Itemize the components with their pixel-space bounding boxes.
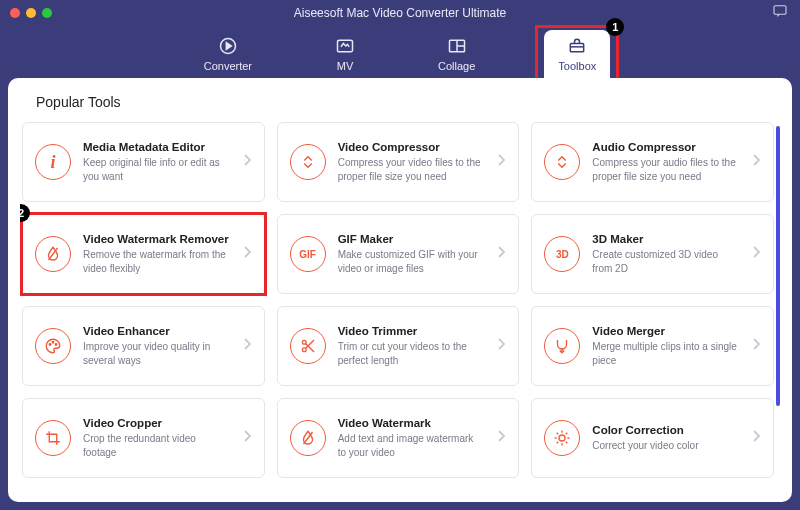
nav-toolbox-wrap: 1 Toolbox xyxy=(544,30,610,78)
chevron-right-icon xyxy=(242,337,252,355)
svg-point-14 xyxy=(302,348,306,352)
card-desc: Keep original file info or edit as you w… xyxy=(83,156,230,183)
tool-card-gif-maker[interactable]: GIFGIF MakerMake customized GIF with you… xyxy=(277,214,520,294)
video-watermark-remover-icon xyxy=(35,236,71,272)
svg-rect-7 xyxy=(571,44,584,52)
tool-card-audio-compressor[interactable]: Audio CompressorCompress your audio file… xyxy=(531,122,774,202)
svg-point-10 xyxy=(49,344,51,346)
tool-card-video-trimmer[interactable]: Video TrimmerTrim or cut your videos to … xyxy=(277,306,520,386)
tool-card-video-enhancer[interactable]: Video EnhancerImprove your video quality… xyxy=(22,306,265,386)
svg-point-19 xyxy=(559,435,565,441)
titlebar: Aiseesoft Mac Video Converter Ultimate xyxy=(0,0,800,26)
section-title: Popular Tools xyxy=(36,94,780,110)
nav-mv[interactable]: MV xyxy=(321,30,369,78)
card-title: Video Enhancer xyxy=(83,325,230,337)
maximize-window-button[interactable] xyxy=(42,8,52,18)
svg-line-27 xyxy=(566,433,568,435)
tool-card-video-merger[interactable]: Video MergerMerge multiple clips into a … xyxy=(531,306,774,386)
card-desc: Compress your audio files to the proper … xyxy=(592,156,739,183)
nav-toolbox[interactable]: Toolbox xyxy=(544,30,610,78)
video-cropper-icon xyxy=(35,420,71,456)
chevron-right-icon xyxy=(496,429,506,447)
video-compressor-icon xyxy=(290,144,326,180)
card-desc: Make customized GIF with your video or i… xyxy=(338,248,485,275)
tool-card-media-metadata-editor[interactable]: iMedia Metadata EditorKeep original file… xyxy=(22,122,265,202)
chevron-right-icon xyxy=(242,429,252,447)
svg-point-11 xyxy=(52,342,54,344)
nav-label: Converter xyxy=(204,60,252,72)
nav-converter[interactable]: Converter xyxy=(190,30,266,78)
card-desc: Trim or cut your videos to the perfect l… xyxy=(338,340,485,367)
card-title: Video Watermark xyxy=(338,417,485,429)
annotation-step-2: 2 xyxy=(20,204,30,222)
card-text: Video WatermarkAdd text and image waterm… xyxy=(338,417,485,459)
close-window-button[interactable] xyxy=(10,8,20,18)
tools-grid: iMedia Metadata EditorKeep original file… xyxy=(20,122,780,478)
card-text: Video MergerMerge multiple clips into a … xyxy=(592,325,739,367)
annotation-step-1: 1 xyxy=(606,18,624,36)
gif-maker-icon: GIF xyxy=(290,236,326,272)
card-text: Media Metadata EditorKeep original file … xyxy=(83,141,230,183)
card-title: Audio Compressor xyxy=(592,141,739,153)
feedback-icon[interactable] xyxy=(772,3,788,23)
svg-point-12 xyxy=(55,344,57,346)
card-title: Media Metadata Editor xyxy=(83,141,230,153)
card-text: GIF MakerMake customized GIF with your v… xyxy=(338,233,485,275)
3d-maker-icon: 3D xyxy=(544,236,580,272)
svg-marker-2 xyxy=(226,43,231,50)
chevron-right-icon xyxy=(751,429,761,447)
card-text: Video CropperCrop the redundant video fo… xyxy=(83,417,230,459)
video-merger-icon xyxy=(544,328,580,364)
minimize-window-button[interactable] xyxy=(26,8,36,18)
svg-line-26 xyxy=(557,442,559,444)
card-title: Video Merger xyxy=(592,325,739,337)
tools-scroll-area: iMedia Metadata EditorKeep original file… xyxy=(20,122,780,494)
audio-compressor-icon xyxy=(544,144,580,180)
top-nav: Converter MV Collage 1 Toolbox xyxy=(0,26,800,78)
nav-label: Collage xyxy=(438,60,475,72)
video-watermark-icon xyxy=(290,420,326,456)
media-metadata-editor-icon: i xyxy=(35,144,71,180)
color-correction-icon xyxy=(544,420,580,456)
card-title: Video Compressor xyxy=(338,141,485,153)
card-desc: Compress your video files to the proper … xyxy=(338,156,485,183)
card-title: GIF Maker xyxy=(338,233,485,245)
card-desc: Crop the redundant video footage xyxy=(83,432,230,459)
svg-line-25 xyxy=(566,442,568,444)
card-desc: Improve your video quality in several wa… xyxy=(83,340,230,367)
card-desc: Correct your video color xyxy=(592,439,739,453)
card-title: Video Watermark Remover xyxy=(83,233,230,245)
card-title: Video Cropper xyxy=(83,417,230,429)
card-title: 3D Maker xyxy=(592,233,739,245)
card-text: Video EnhancerImprove your video quality… xyxy=(83,325,230,367)
card-text: 3D MakerCreate customized 3D video from … xyxy=(592,233,739,275)
scrollbar-thumb[interactable] xyxy=(776,126,780,406)
card-desc: Create customized 3D video from 2D xyxy=(592,248,739,275)
card-text: Color CorrectionCorrect your video color xyxy=(592,424,739,453)
nav-collage[interactable]: Collage xyxy=(424,30,489,78)
tool-card-3d-maker[interactable]: 3D3D MakerCreate customized 3D video fro… xyxy=(531,214,774,294)
svg-point-13 xyxy=(302,340,306,344)
chevron-right-icon xyxy=(242,153,252,171)
tool-card-video-cropper[interactable]: Video CropperCrop the redundant video fo… xyxy=(22,398,265,478)
chevron-right-icon xyxy=(496,245,506,263)
nav-label: Toolbox xyxy=(558,60,596,72)
tool-card-video-watermark[interactable]: Video WatermarkAdd text and image waterm… xyxy=(277,398,520,478)
card-desc: Add text and image watermark to your vid… xyxy=(338,432,485,459)
tool-card-video-watermark-remover[interactable]: Video Watermark RemoverRemove the waterm… xyxy=(22,214,265,294)
chevron-right-icon xyxy=(751,153,761,171)
svg-rect-0 xyxy=(774,6,786,15)
svg-line-24 xyxy=(557,433,559,435)
nav-label: MV xyxy=(337,60,354,72)
chevron-right-icon xyxy=(751,245,761,263)
card-text: Video CompressorCompress your video file… xyxy=(338,141,485,183)
chevron-right-icon xyxy=(751,337,761,355)
main-panel: Popular Tools iMedia Metadata EditorKeep… xyxy=(8,78,792,502)
card-desc: Merge multiple clips into a single piece xyxy=(592,340,739,367)
tool-card-video-compressor[interactable]: Video CompressorCompress your video file… xyxy=(277,122,520,202)
window-controls xyxy=(10,8,52,18)
chevron-right-icon xyxy=(496,153,506,171)
chevron-right-icon xyxy=(242,245,252,263)
tool-card-color-correction[interactable]: Color CorrectionCorrect your video color xyxy=(531,398,774,478)
chevron-right-icon xyxy=(496,337,506,355)
